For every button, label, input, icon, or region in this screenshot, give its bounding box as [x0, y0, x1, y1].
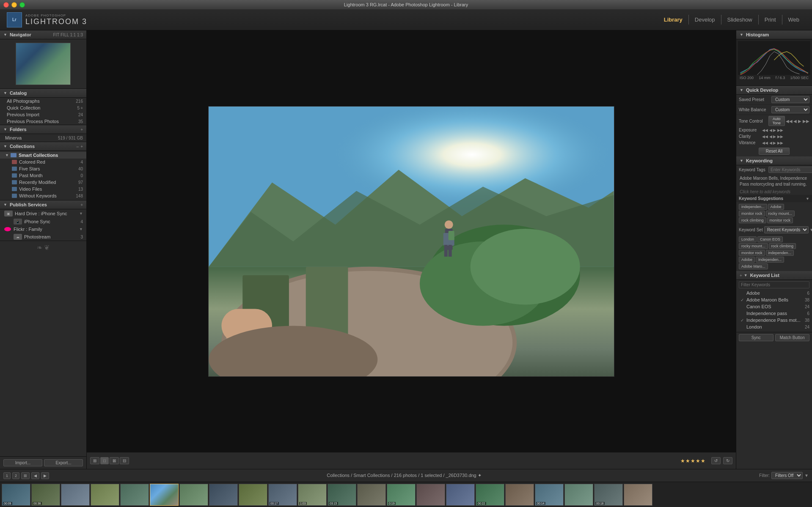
film-thumb-16[interactable]: 00:22 [476, 484, 504, 506]
bottom-nav-prev[interactable]: ◀ [31, 472, 39, 479]
coll-five-stars[interactable]: Five Stars 40 [0, 165, 86, 172]
keyword-list-plus[interactable]: + [740, 273, 742, 278]
keyword-list-filter-input[interactable] [739, 281, 809, 288]
star-1[interactable]: ★ [680, 458, 685, 464]
keyword-list-header[interactable]: + ▼ Keyword List [736, 271, 812, 280]
navigator-controls[interactable]: FIT FILL 1:1 1:3 [53, 33, 83, 37]
close-button[interactable] [3, 2, 9, 8]
auto-tone-button[interactable]: Auto Tone [768, 116, 785, 126]
catalog-previous-process[interactable]: Previous Process Photos 35 [0, 118, 86, 125]
coll-recently-modified[interactable]: Recently Modified 97 [0, 179, 86, 186]
ks-chip-independen2[interactable]: Independen... [756, 257, 784, 263]
exposure-arrows[interactable]: ◀◀ ◀ ▶ ▶▶ [762, 128, 783, 132]
collections-minus-btn[interactable]: – [77, 144, 79, 149]
keyword-tags-input[interactable] [768, 167, 812, 173]
film-thumb-19[interactable] [564, 484, 593, 506]
loupe-view-button[interactable]: □ [100, 457, 109, 464]
publish-photostream[interactable]: ☁ Photostream 3 [0, 233, 86, 241]
minimize-button[interactable] [11, 2, 17, 8]
ks-chip-rock-climbing[interactable]: rock climbing [769, 243, 796, 249]
kw-list-indep-pass-mot[interactable]: ✓ Independence Pass mot... 38 [736, 317, 812, 323]
kw-list-adobe[interactable]: Adobe 6 [736, 290, 812, 296]
kw-list-indep-pass[interactable]: Independence pass 6 [736, 310, 812, 317]
film-thumb-4[interactable] [120, 484, 149, 506]
film-thumb-7[interactable] [209, 484, 238, 506]
coll-video-files[interactable]: Video Files 13 [0, 186, 86, 192]
keyword-suggestions-header[interactable]: Keyword Suggestions ▼ [736, 195, 812, 202]
film-thumb-2[interactable] [61, 484, 90, 506]
keywording-header[interactable]: ▼ Keywording [736, 156, 812, 165]
kw-chip-adobe[interactable]: Adobe [768, 204, 784, 210]
star-5[interactable]: ★ [701, 458, 705, 464]
kw-chip-rocky-mount[interactable]: rocky mount... [766, 211, 795, 217]
compare-view-button[interactable]: ⊠ [110, 457, 119, 464]
star-2[interactable]: ★ [685, 458, 690, 464]
nav-web[interactable]: Web [782, 15, 806, 25]
film-thumb-21[interactable] [624, 484, 652, 506]
ks-chip-london[interactable]: London [739, 236, 757, 242]
nav-slideshow[interactable]: Slideshow [721, 15, 759, 25]
ks-chip-adobe-maro[interactable]: Adobe Maro... [739, 263, 768, 269]
bottom-nav-next[interactable]: ▶ [41, 472, 49, 479]
collections-header[interactable]: ▼ Collections – + [0, 142, 86, 151]
film-thumb-1[interactable]: 00:38 [31, 484, 60, 506]
kw-list-adobe-maroon[interactable]: ✓ Adobe Maroon Bells 38 [736, 296, 812, 303]
kw-chip-independen[interactable]: independen... [739, 204, 767, 210]
film-thumb-15[interactable] [446, 484, 475, 506]
keyword-add-hint[interactable]: Click here to add keywords [736, 189, 812, 195]
film-thumb-8[interactable] [239, 484, 267, 506]
tone-control-arrows[interactable]: ◀◀ ◀ ▶ ▶▶ [786, 119, 809, 123]
film-thumb-11[interactable]: 03:15 [328, 484, 356, 506]
film-thumb-12[interactable] [357, 484, 386, 506]
folders-header[interactable]: ▼ Folders + [0, 125, 86, 134]
kw-list-canon[interactable]: Canon EOS 24 [736, 303, 812, 310]
catalog-all-photos[interactable]: All Photographs 216 [0, 98, 86, 104]
star-3[interactable]: ★ [691, 458, 695, 464]
publish-flickr[interactable]: Flickr : Family ▼ [0, 225, 86, 233]
smart-collections-group[interactable]: ▼ Smart Collections [0, 152, 86, 159]
keyword-set-arrow[interactable]: ▼ [809, 227, 812, 232]
star-4[interactable]: ★ [696, 458, 700, 464]
maximize-button[interactable] [19, 2, 25, 8]
star-rating[interactable]: ★ ★ ★ ★ ★ [680, 458, 705, 464]
window-controls[interactable] [3, 2, 25, 8]
catalog-header[interactable]: ▼ Catalog [0, 89, 86, 98]
ks-chip-indep[interactable]: independen... [766, 250, 794, 256]
catalog-previous-import[interactable]: Previous Import 24 [0, 111, 86, 118]
import-button[interactable]: Import... [3, 459, 42, 466]
coll-colored-red[interactable]: Colored Red 4 [0, 159, 86, 165]
nav-print[interactable]: Print [759, 15, 782, 25]
rotate-left-button[interactable]: ↺ [711, 457, 721, 464]
publish-services-header[interactable]: ▼ Publish Services + [0, 200, 86, 209]
catalog-quick-collection[interactable]: Quick Collection 5 + [0, 104, 86, 111]
film-thumb-5[interactable] [150, 484, 179, 506]
kw-list-london[interactable]: London 24 [736, 323, 812, 330]
film-thumb-9[interactable]: 00:17 [268, 484, 297, 506]
coll-past-month[interactable]: Past Month 0 [0, 172, 86, 179]
film-thumb-18[interactable]: 00:14 [535, 484, 564, 506]
clarity-arrows[interactable]: ◀◀ ◀ ▶ ▶▶ [762, 134, 783, 139]
folders-add-btn[interactable]: + [80, 127, 83, 132]
ks-chip-rocky[interactable]: rocky mount... [739, 243, 768, 249]
survey-view-button[interactable]: ⊟ [120, 457, 129, 464]
nav-develop[interactable]: Develop [689, 15, 721, 25]
navigator-preview[interactable] [16, 43, 71, 85]
navigator-header[interactable]: ▼ Navigator FIT FILL 1:1 1:3 [0, 30, 86, 39]
ks-chip-monitor[interactable]: monitor rock [739, 250, 765, 256]
kw-chip-monitor-rock[interactable]: monitor rock [739, 211, 765, 217]
film-thumb-14[interactable] [416, 484, 445, 506]
match-button[interactable]: Match Button [775, 334, 810, 341]
nav-library[interactable]: Library [658, 15, 689, 25]
export-button[interactable]: Export... [44, 459, 83, 466]
film-thumb-13[interactable]: 0:19 [387, 484, 416, 506]
grid-view-button[interactable]: ⊞ [90, 457, 99, 464]
quick-develop-header[interactable]: ▼ Quick Develop [736, 86, 812, 95]
bottom-nav-grid[interactable]: ⊞ [21, 472, 30, 479]
saved-preset-select[interactable]: Custom [771, 96, 809, 103]
white-balance-select[interactable]: Custom [771, 106, 809, 113]
bottom-nav-2[interactable]: 2 [12, 472, 19, 479]
ks-chip-canon[interactable]: Canon EOS [757, 236, 783, 242]
folder-minerva[interactable]: Minerva 519 / 931 GB [0, 134, 86, 142]
bottom-nav-1[interactable]: 1 [3, 472, 11, 479]
filter-select[interactable]: Filters Off [771, 472, 803, 479]
